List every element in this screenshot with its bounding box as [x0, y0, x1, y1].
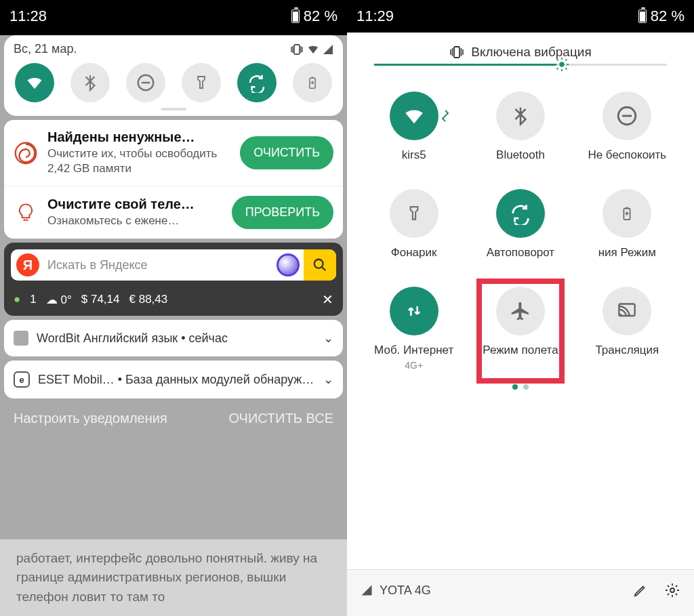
notif-title: Найдены ненужные…	[47, 129, 232, 145]
alice-icon[interactable]	[277, 253, 300, 276]
status-bar: 11:29 82 %	[347, 0, 694, 33]
configure-notifications[interactable]: Настроить уведомления	[14, 411, 167, 426]
svg-point-23	[619, 314, 622, 316]
search-button[interactable]	[304, 249, 336, 281]
vibrate-icon	[449, 46, 464, 58]
status-time: 11:29	[356, 7, 394, 25]
qs-tile-battery-saver[interactable]: ния Режим	[574, 189, 680, 260]
svg-line-14	[557, 60, 558, 61]
qs-footer: YOTA 4G	[347, 569, 694, 616]
quick-settings-grid: kirs5 Bluetooth Не беспокоить Фонарик Ав…	[347, 71, 694, 377]
qs-status-icons	[290, 44, 333, 55]
notif-title: Очистите свой теле…	[47, 197, 224, 212]
qs-tile-bluetooth[interactable]: Bluetooth	[467, 91, 573, 162]
qs-tile-autorotate[interactable]: Автоповорот	[467, 189, 573, 260]
check-button[interactable]: ПРОВЕРИТЬ	[232, 196, 333, 229]
vibration-status[interactable]: Включена вибрация	[347, 33, 694, 64]
yandex-info-row[interactable]: ●1 ☁ 0° $ 74,14 € 88,43 ✕	[4, 287, 343, 316]
notification-wordbit[interactable]: WordBit Английский язык • сейчас ⌄	[4, 320, 343, 356]
qs-tile-dnd[interactable]: Не беспокоить	[574, 91, 680, 162]
qs-tile-flashlight[interactable]	[182, 63, 221, 102]
svg-rect-4	[311, 77, 313, 79]
battery-pct: 82 %	[651, 7, 685, 25]
close-icon[interactable]: ✕	[322, 291, 333, 308]
notification-cleanup[interactable]: Найдены ненужные… Очистите их, чтобы осв…	[4, 120, 343, 186]
battery-icon	[638, 9, 647, 23]
signal-small-icon	[323, 44, 333, 55]
qs-tile-battery-saver[interactable]	[293, 63, 332, 102]
page-indicator[interactable]	[347, 377, 694, 403]
cleanup-icon	[12, 140, 39, 167]
settings-icon[interactable]	[664, 582, 680, 598]
svg-line-17	[566, 60, 567, 61]
search-input[interactable]: Искать в Яндексе	[39, 258, 277, 272]
svg-rect-0	[294, 45, 300, 54]
clean-button[interactable]: ОЧИСТИТЬ	[240, 136, 333, 169]
qs-tile-cast[interactable]: Трансляция	[574, 287, 680, 371]
svg-rect-21	[626, 207, 628, 209]
svg-rect-8	[454, 47, 460, 58]
edit-icon[interactable]	[633, 583, 648, 598]
dot-active	[512, 384, 518, 390]
qs-tile-bluetooth[interactable]	[70, 63, 110, 102]
qs-tile-autorotate[interactable]	[237, 63, 277, 102]
brightness-thumb[interactable]	[554, 57, 569, 72]
wifi-small-icon	[308, 44, 319, 55]
qs-tile-wifi[interactable]	[15, 63, 54, 102]
phone-right: 11:29 82 % Включена вибрация kirs5	[347, 0, 694, 616]
notification-optimize[interactable]: Очистите свой теле… Ознакомьтесь с ежене…	[4, 186, 343, 239]
svg-line-15	[566, 68, 567, 70]
yandex-widget: Я Искать в Яндексе ●1 ☁ 0° $ 74,14 € 88,…	[4, 243, 343, 316]
yandex-search-bar[interactable]: Я Искать в Яндексе	[11, 249, 336, 281]
notif-body: Ознакомьтесь с ежене…	[47, 213, 224, 228]
qs-tile-mobile-data[interactable]: Моб. Интернет 4G+	[361, 287, 467, 371]
wordbit-icon	[14, 331, 28, 346]
svg-line-7	[322, 267, 326, 271]
svg-point-9	[560, 62, 565, 66]
vibrate-icon	[290, 44, 304, 55]
brightness-slider[interactable]	[347, 64, 694, 71]
notification-footer: Настроить уведомления ОЧИСТИТЬ ВСЕ	[0, 403, 347, 434]
dot-inactive	[523, 384, 529, 390]
background-review: работает, интерфейс довольно понятный. ж…	[0, 539, 347, 617]
notification-eset[interactable]: e ESET Mobil… • База данных модулей обна…	[4, 361, 343, 398]
qs-tile-airplane-mode[interactable]: Режим полета	[467, 287, 573, 371]
chevron-down-icon[interactable]: ⌄	[323, 331, 333, 346]
status-bar: 11:28 82 %	[0, 0, 347, 33]
phone-left: 11:28 82 % работает, интерфейс довольно …	[0, 0, 347, 616]
system-notifications: Найдены ненужные… Очистите их, чтобы осв…	[4, 120, 343, 239]
expand-icon[interactable]	[441, 109, 449, 123]
battery-icon	[291, 9, 300, 23]
svg-line-16	[557, 68, 558, 70]
drag-handle[interactable]	[161, 108, 186, 110]
qs-tile-wifi[interactable]: kirs5	[361, 91, 467, 162]
qs-date: Вс, 21 мар.	[14, 42, 77, 56]
clear-all-button[interactable]: ОЧИСТИТЬ ВСЕ	[228, 411, 333, 426]
svg-point-24	[670, 588, 674, 592]
eset-icon: e	[14, 371, 30, 388]
svg-point-5	[16, 142, 36, 163]
yandex-logo-icon: Я	[16, 253, 39, 276]
battery-pct: 82 %	[304, 7, 338, 25]
carrier-label: YOTA 4G	[380, 583, 431, 598]
notif-body: Очистите их, чтобы освободить 2,42 GB па…	[47, 146, 232, 176]
bulb-icon	[12, 199, 39, 226]
qs-tile-flashlight[interactable]: Фонарик	[361, 189, 467, 260]
quick-settings-collapsed[interactable]: Вс, 21 мар.	[4, 35, 343, 116]
status-time: 11:28	[9, 7, 47, 25]
qs-tile-dnd[interactable]	[126, 63, 165, 102]
chevron-down-icon[interactable]: ⌄	[323, 372, 333, 387]
signal-icon	[361, 584, 373, 596]
svg-point-6	[314, 260, 323, 268]
